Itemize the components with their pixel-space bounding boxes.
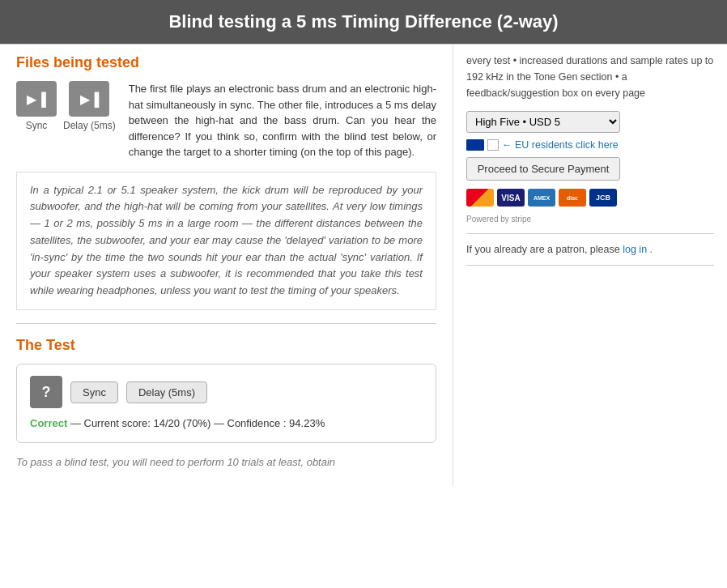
file-description-text: The first file plays an electronic bass … xyxy=(129,83,436,158)
page-header: Blind testing a 5 ms Timing Difference (… xyxy=(0,0,727,44)
right-top-text: every test • increased durations and sam… xyxy=(466,53,714,101)
visa-icon: VISA xyxy=(497,189,525,207)
test-controls: ? Sync Delay (5ms) xyxy=(30,376,423,408)
right-divider-2 xyxy=(466,265,714,266)
delay-label: Delay (5ms) xyxy=(63,120,116,131)
files-section: Files being tested ▶▐ Sync ▶▐ Delay (5ms… xyxy=(16,54,436,310)
tier-select[interactable]: High Five • USD 5 USD 10 USD 20 xyxy=(466,111,620,133)
player-row: ▶▐ Sync ▶▐ Delay (5ms) The first file pl… xyxy=(16,81,436,160)
delay-play-button[interactable]: ▶▐ xyxy=(69,81,109,117)
speaker-note-text: In a typical 2.1 or 5.1 speaker system, … xyxy=(30,184,423,297)
test-section: The Test ? Sync Delay (5ms) Correct — Cu… xyxy=(16,337,436,471)
question-icon: ? xyxy=(42,384,51,400)
delay-answer-button[interactable]: Delay (5ms) xyxy=(126,381,207,403)
right-top-content: every test • increased durations and sam… xyxy=(466,55,713,99)
patron-text: If you already are a patron, please log … xyxy=(466,244,714,255)
file-description: The first file plays an electronic bass … xyxy=(129,81,436,160)
skip-forward-icon-2: ▶▐ xyxy=(80,92,99,107)
test-card: ? Sync Delay (5ms) Correct — Current sco… xyxy=(16,364,436,443)
sync-play-button[interactable]: ▶▐ xyxy=(16,81,57,117)
patron-period: . xyxy=(650,244,653,255)
proceed-payment-button[interactable]: Proceed to Secure Payment xyxy=(466,157,620,181)
eu-row: ← EU residents click here xyxy=(466,139,714,151)
right-divider xyxy=(466,233,714,234)
to-pass-note: To pass a blind test, you will need to p… xyxy=(16,454,436,471)
test-section-title: The Test xyxy=(16,337,436,354)
right-column: every test • increased durations and sam… xyxy=(453,45,727,487)
files-section-title: Files being tested xyxy=(16,54,436,71)
discover-icon: disc xyxy=(559,189,586,207)
eu-flag-icon xyxy=(466,139,484,151)
eu-checkbox[interactable] xyxy=(487,139,499,151)
patron-login-link[interactable]: log in xyxy=(623,244,647,255)
payment-icons: VISA AMEX disc JCB xyxy=(466,189,714,207)
proceed-btn-label: Proceed to Secure Payment xyxy=(478,163,610,175)
score-text: — Current score: 14/20 (70%) — Confidenc… xyxy=(70,417,325,429)
speaker-note: In a typical 2.1 or 5.1 speaker system, … xyxy=(16,172,436,311)
amex-icon: AMEX xyxy=(528,189,555,207)
delay-answer-label: Delay (5ms) xyxy=(138,386,195,398)
player-buttons: ▶▐ Sync ▶▐ Delay (5ms) xyxy=(16,81,116,131)
page-title: Blind testing a 5 ms Timing Difference (… xyxy=(168,11,558,32)
payment-area: High Five • USD 5 USD 10 USD 20 ← EU res… xyxy=(466,111,714,224)
sync-label: Sync xyxy=(26,120,48,131)
stripe-text: Powered by stripe xyxy=(466,215,531,224)
eu-link[interactable]: ← EU residents click here xyxy=(502,139,619,151)
delay-player-wrap: ▶▐ Delay (5ms) xyxy=(63,81,116,131)
question-button[interactable]: ? xyxy=(30,376,62,408)
sync-answer-button[interactable]: Sync xyxy=(70,381,118,403)
jcb-icon: JCB xyxy=(589,189,617,207)
mastercard-icon xyxy=(466,189,494,207)
skip-forward-icon: ▶▐ xyxy=(27,92,45,107)
sync-answer-label: Sync xyxy=(83,386,106,398)
left-column: Files being tested ▶▐ Sync ▶▐ Delay (5ms… xyxy=(0,45,453,487)
stripe-badge: Powered by stripe xyxy=(466,215,714,224)
correct-badge: Correct xyxy=(30,417,67,429)
to-pass-text: To pass a blind test, you will need to p… xyxy=(16,456,335,468)
patron-prefix: If you already are a patron, please xyxy=(466,244,620,255)
sync-player-wrap: ▶▐ Sync xyxy=(16,81,57,131)
score-line: Correct — Current score: 14/20 (70%) — C… xyxy=(30,416,423,431)
